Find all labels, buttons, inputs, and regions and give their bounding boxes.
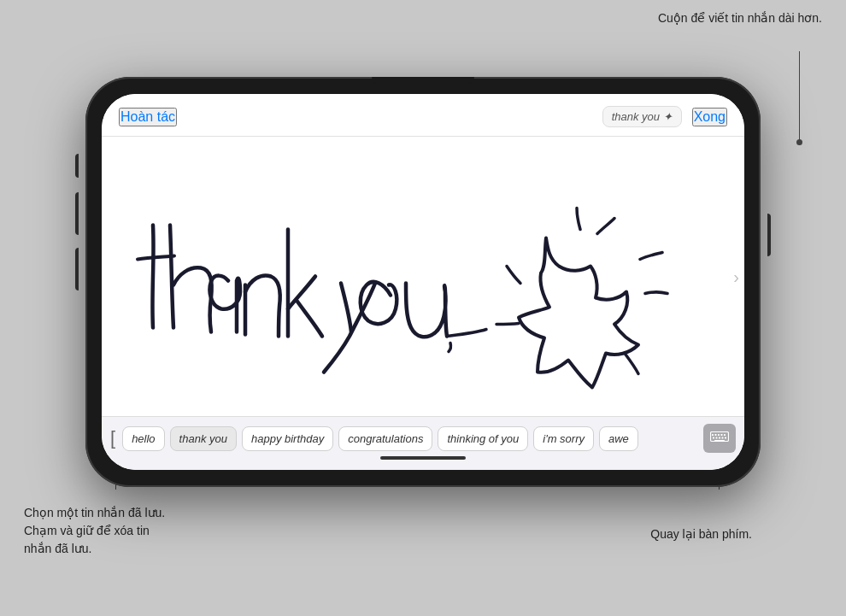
nav-right-area: thank you ✦ Xong xyxy=(602,106,727,127)
presets-bar: [ hello thank you happy birthday congrat… xyxy=(102,416,744,470)
annotation-bottom-right: Quay lại bàn phím. xyxy=(650,527,752,541)
phone-side-button-right xyxy=(767,214,771,256)
undo-button[interactable]: Hoàn tác xyxy=(119,108,177,126)
svg-rect-8 xyxy=(719,437,720,439)
phone-frame: Hoàn tác thank you ✦ Xong xyxy=(85,77,761,487)
home-indicator xyxy=(380,456,466,460)
screen-content: Hoàn tác thank you ✦ Xong xyxy=(102,94,744,470)
message-preview: thank you ✦ xyxy=(602,106,682,127)
svg-rect-4 xyxy=(721,434,723,436)
done-button[interactable]: Xong xyxy=(692,108,727,126)
preset-hello[interactable]: hello xyxy=(122,426,164,451)
preset-thank-you[interactable]: thank you xyxy=(170,426,237,451)
scene: Cuộn để viết tin nhắn dài hơn. Chọn một … xyxy=(0,0,846,616)
svg-rect-10 xyxy=(725,437,726,439)
phone-side-button-left-2 xyxy=(75,192,79,235)
drawing-canvas[interactable]: › xyxy=(102,137,744,416)
preset-happy-birthday[interactable]: happy birthday xyxy=(242,426,333,451)
phone-side-button-left-1 xyxy=(75,154,79,178)
preset-thinking-of-you[interactable]: thinking of you xyxy=(438,426,528,451)
preset-congratulations[interactable]: congratulations xyxy=(338,426,432,451)
annotation-line-top xyxy=(799,51,800,145)
bracket-icon: [ xyxy=(110,429,115,448)
svg-rect-11 xyxy=(714,440,725,441)
phone-screen: Hoàn tác thank you ✦ Xong xyxy=(102,94,744,470)
phone-side-button-left-3 xyxy=(75,248,79,290)
nav-bar: Hoàn tác thank you ✦ Xong xyxy=(102,94,744,137)
phone-notch xyxy=(372,77,474,84)
keyboard-icon xyxy=(710,431,729,445)
svg-rect-0 xyxy=(711,432,729,442)
preset-awe[interactable]: awe xyxy=(599,426,638,451)
handwriting-svg xyxy=(102,137,744,416)
svg-rect-9 xyxy=(722,437,724,439)
svg-rect-1 xyxy=(712,434,714,436)
presets-row: [ hello thank you happy birthday congrat… xyxy=(110,424,736,453)
keyboard-button[interactable] xyxy=(703,424,736,453)
svg-rect-3 xyxy=(718,434,720,436)
svg-rect-5 xyxy=(724,434,726,436)
svg-rect-6 xyxy=(713,437,714,439)
scroll-right-arrow[interactable]: › xyxy=(733,267,739,286)
preset-im-sorry[interactable]: i'm sorry xyxy=(533,426,594,451)
annotation-bottom-left: Chọn một tin nhắn đã lưu. Chạm và giữ để… xyxy=(24,504,165,558)
svg-rect-2 xyxy=(715,434,717,436)
annotation-top-right: Cuộn để viết tin nhắn dài hơn. xyxy=(658,10,822,27)
svg-rect-7 xyxy=(716,437,718,439)
